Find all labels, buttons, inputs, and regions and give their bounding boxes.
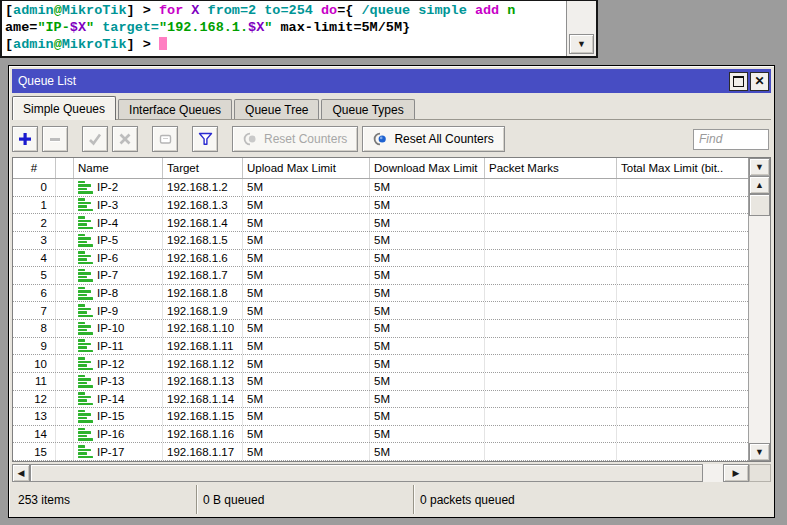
cell-packet-marks: [485, 320, 617, 337]
column-header-target[interactable]: Target: [163, 158, 243, 178]
queue-icon: [78, 322, 93, 335]
vertical-scrollbar[interactable]: ▼ ▲ ▼: [748, 158, 770, 461]
cell-total-max-limit: [617, 197, 748, 214]
cell-target: 192.168.1.2: [163, 179, 243, 196]
vertical-scroll-track[interactable]: [749, 216, 770, 443]
cell-name: IP-17: [74, 443, 163, 460]
scroll-left-button[interactable]: ◀: [12, 464, 30, 482]
scroll-right-button[interactable]: ▶: [723, 464, 749, 482]
column-header-packet-marks[interactable]: Packet Marks: [485, 158, 617, 178]
cell-packet-marks: [485, 250, 617, 267]
tab-queue-types[interactable]: Queue Types: [321, 99, 414, 119]
cell-total-max-limit: [617, 285, 748, 302]
column-header-name[interactable]: Name: [74, 158, 163, 178]
maximize-button[interactable]: [729, 72, 748, 91]
tab-simple-queues[interactable]: Simple Queues: [12, 96, 116, 120]
column-select-button[interactable]: ▼: [749, 158, 770, 176]
cell-name: IP-2: [74, 179, 163, 196]
queue-icon: [78, 410, 93, 423]
left-arrow-icon: ◀: [18, 469, 25, 478]
close-button[interactable]: ✕: [750, 72, 769, 91]
table-header-row: # Name Target Upload Max Limit Download …: [13, 158, 748, 179]
column-header-total-max-limit[interactable]: Total Max Limit (bit..: [617, 158, 748, 178]
down-arrow-icon: ▼: [577, 40, 586, 49]
terminal-output[interactable]: [admin@MikroTik] > for X from=2 to=254 d…: [5, 2, 563, 55]
cell-total-max-limit: [617, 267, 748, 284]
cell-packet-marks: [485, 373, 617, 390]
find-input[interactable]: [693, 129, 769, 150]
queue-icon: [78, 198, 93, 211]
table-row[interactable]: 13 IP-15 192.168.1.15 5M 5M: [13, 408, 748, 426]
cell-upload-max-limit: 5M: [243, 285, 370, 302]
enable-button[interactable]: [82, 126, 108, 152]
cell-upload-max-limit: 5M: [243, 250, 370, 267]
table-row[interactable]: 2 IP-4 192.168.1.4 5M 5M: [13, 214, 748, 232]
cell-upload-max-limit: 5M: [243, 373, 370, 390]
table-row[interactable]: 3 IP-5 192.168.1.5 5M 5M: [13, 232, 748, 250]
cell-total-max-limit: [617, 426, 748, 443]
window-titlebar[interactable]: Queue List ✕: [12, 69, 771, 93]
scroll-down-button[interactable]: ▼: [749, 443, 770, 461]
add-button[interactable]: [12, 126, 38, 152]
cell-name: IP-15: [74, 408, 163, 425]
reset-counters-label: Reset Counters: [264, 132, 347, 146]
status-bytes-queued: 0 B queued: [197, 485, 414, 514]
table-row[interactable]: 5 IP-7 192.168.1.7 5M 5M: [13, 267, 748, 285]
table-row[interactable]: 4 IP-6 192.168.1.6 5M 5M: [13, 250, 748, 268]
terminal-scrollbar[interactable]: ▼: [566, 1, 596, 56]
vertical-scroll-thumb[interactable]: [749, 194, 770, 216]
cell-toggle: [56, 320, 74, 337]
cell-name: IP-7: [74, 267, 163, 284]
comment-button[interactable]: [152, 126, 178, 152]
filter-button[interactable]: [192, 126, 218, 152]
cell-target: 192.168.1.8: [163, 285, 243, 302]
table-row[interactable]: 1 IP-3 192.168.1.3 5M 5M: [13, 197, 748, 215]
table-row[interactable]: 9 IP-11 192.168.1.11 5M 5M: [13, 338, 748, 356]
cell-packet-marks: [485, 355, 617, 372]
cell-total-max-limit: [617, 302, 748, 319]
cell-name: IP-10: [74, 320, 163, 337]
horizontal-scroll-track[interactable]: [703, 464, 723, 482]
cell-packet-marks: [485, 426, 617, 443]
cell-number: 4: [13, 250, 56, 267]
scroll-up-button[interactable]: ▲: [749, 176, 770, 194]
table-row[interactable]: 7 IP-9 192.168.1.9 5M 5M: [13, 302, 748, 320]
column-header-upload-max-limit[interactable]: Upload Max Limit: [243, 158, 370, 178]
table-row[interactable]: 0 IP-2 192.168.1.2 5M 5M: [13, 179, 748, 197]
remove-button[interactable]: [42, 126, 68, 152]
cell-total-max-limit: [617, 250, 748, 267]
queue-icon: [78, 304, 93, 317]
cell-name: IP-4: [74, 214, 163, 231]
terminal-scroll-down-button[interactable]: ▼: [569, 34, 594, 54]
table-row[interactable]: 11 IP-13 192.168.1.13 5M 5M: [13, 373, 748, 391]
table-row[interactable]: 8 IP-10 192.168.1.10 5M 5M: [13, 320, 748, 338]
cell-toggle: [56, 302, 74, 319]
cell-download-max-limit: 5M: [370, 355, 485, 372]
cell-toggle: [56, 426, 74, 443]
horizontal-scrollbar[interactable]: ◀ ▶: [12, 464, 771, 482]
cell-total-max-limit: [617, 232, 748, 249]
table-row[interactable]: 10 IP-12 192.168.1.12 5M 5M: [13, 355, 748, 373]
table-row[interactable]: 12 IP-14 192.168.1.14 5M 5M: [13, 391, 748, 409]
column-header-download-max-limit[interactable]: Download Max Limit: [370, 158, 485, 178]
up-arrow-icon: ▲: [755, 181, 764, 190]
tab-interface-queues[interactable]: Interface Queues: [118, 99, 232, 119]
tab-queue-tree[interactable]: Queue Tree: [234, 99, 319, 119]
scrollbar-corner: [749, 464, 771, 482]
horizontal-scroll-thumb[interactable]: [30, 464, 703, 482]
cell-number: 13: [13, 408, 56, 425]
reset-all-counters-button[interactable]: Reset All Counters: [362, 126, 504, 152]
disable-button[interactable]: [112, 126, 138, 152]
cell-packet-marks: [485, 391, 617, 408]
cell-download-max-limit: 5M: [370, 391, 485, 408]
table-row[interactable]: 6 IP-8 192.168.1.8 5M 5M: [13, 285, 748, 303]
cell-packet-marks: [485, 232, 617, 249]
cell-upload-max-limit: 5M: [243, 214, 370, 231]
table-row[interactable]: 14 IP-16 192.168.1.16 5M 5M: [13, 426, 748, 444]
queue-table: # Name Target Upload Max Limit Download …: [12, 157, 771, 462]
reset-counters-button[interactable]: Reset Counters: [232, 126, 358, 152]
column-header-number[interactable]: #: [13, 158, 56, 178]
cell-total-max-limit: [617, 179, 748, 196]
table-row[interactable]: 15 IP-17 192.168.1.17 5M 5M: [13, 443, 748, 461]
column-header-toggle[interactable]: [56, 158, 74, 178]
